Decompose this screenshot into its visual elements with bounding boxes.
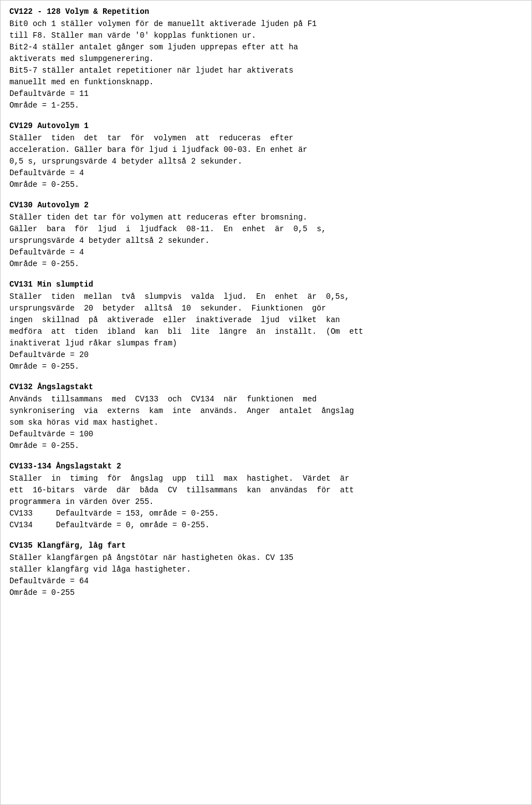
section-header-cv129: CV129 Autovolym 1	[9, 121, 523, 130]
section-cv133-134: CV133-134 Ångslagstakt 2Ställer in timin…	[9, 462, 523, 531]
section-body-cv132: Används tillsammans med CV133 och CV134 …	[9, 394, 523, 452]
section-header-cv122-128: CV122 - 128 Volym & Repetition	[9, 7, 523, 16]
section-header-cv133-134: CV133-134 Ångslagstakt 2	[9, 462, 523, 471]
section-cv130: CV130 Autovolym 2Ställer tiden det tar f…	[9, 201, 523, 270]
section-cv132: CV132 ÅngslagstaktAnvänds tillsammans me…	[9, 383, 523, 452]
section-body-cv129: Ställer tiden det tar för volymen att re…	[9, 133, 523, 191]
section-cv135: CV135 Klangfärg, låg fartStäller klangfä…	[9, 541, 523, 599]
section-header-cv135: CV135 Klangfärg, låg fart	[9, 541, 523, 550]
section-body-cv135: Ställer klangfärgen på ångstötar när has…	[9, 552, 523, 599]
section-header-cv132: CV132 Ångslagstakt	[9, 383, 523, 391]
section-cv122-128: CV122 - 128 Volym & RepetitionBit0 och 1…	[9, 7, 523, 111]
page-container: CV122 - 128 Volym & RepetitionBit0 och 1…	[0, 0, 532, 805]
section-body-cv131: Ställer tiden mellan två slumpvis valda …	[9, 291, 523, 373]
section-body-cv130: Ställer tiden det tar för volymen att re…	[9, 212, 523, 270]
section-header-cv131: CV131 Min slumptid	[9, 280, 523, 289]
section-cv129: CV129 Autovolym 1Ställer tiden det tar f…	[9, 121, 523, 191]
section-header-cv130: CV130 Autovolym 2	[9, 201, 523, 210]
section-body-cv133-134: Ställer in timing för ångslag upp till m…	[9, 473, 523, 531]
section-cv131: CV131 Min slumptidStäller tiden mellan t…	[9, 280, 523, 373]
section-body-cv122-128: Bit0 och 1 ställer volymen för de manuel…	[9, 18, 523, 111]
